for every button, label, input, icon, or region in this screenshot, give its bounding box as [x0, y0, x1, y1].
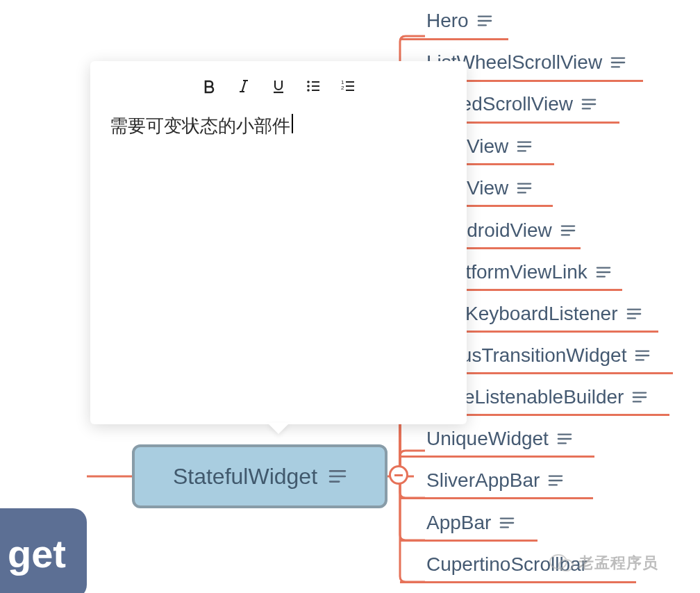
- notes-icon: [635, 348, 650, 363]
- notes-icon: [517, 181, 532, 196]
- underline-button[interactable]: [269, 76, 288, 96]
- text-caret: [292, 114, 293, 133]
- node-underline: [400, 456, 594, 458]
- node-label: SliverAppBar: [426, 469, 540, 492]
- editor-textarea[interactable]: 需要可变状态的小部件: [90, 107, 467, 424]
- mindmap-node-hero[interactable]: Hero: [426, 10, 492, 32]
- svg-point-50: [307, 89, 310, 92]
- notes-icon: [557, 431, 572, 446]
- mindmap-node-view1[interactable]: View: [467, 135, 532, 158]
- notes-icon: [548, 473, 563, 488]
- note-editor-popup: 12 需要可变状态的小部件: [90, 61, 467, 424]
- ordered-list-button[interactable]: 12: [338, 76, 358, 96]
- svg-line-46: [242, 81, 246, 92]
- mindmap-node-appbar[interactable]: AppBar: [426, 512, 515, 534]
- node-underline: [400, 497, 593, 499]
- wechat-icon: [549, 553, 574, 574]
- mindmap-node-sliverappbar[interactable]: SliverAppBar: [426, 469, 563, 492]
- mindmap-node-view2[interactable]: View: [467, 177, 532, 199]
- notes-icon: [328, 467, 347, 485]
- collapse-toggle-button[interactable]: [389, 465, 408, 485]
- editor-toolbar: 12: [90, 61, 467, 107]
- node-label: AppBar: [426, 512, 491, 534]
- root-label-fragment: get: [8, 531, 66, 576]
- node-underline: [400, 540, 538, 542]
- node-underline: [400, 38, 508, 40]
- root-node[interactable]: get: [0, 508, 87, 593]
- watermark-text: 老孟程序员: [578, 553, 658, 574]
- svg-point-48: [307, 81, 310, 83]
- italic-button[interactable]: [234, 76, 253, 96]
- bold-button[interactable]: [199, 76, 219, 96]
- node-label: View: [467, 177, 508, 199]
- notes-icon: [499, 515, 515, 531]
- central-node-label: StatefulWidget: [173, 464, 317, 490]
- notes-icon: [581, 97, 597, 112]
- notes-icon: [517, 139, 532, 154]
- node-label: View: [467, 135, 508, 158]
- minus-icon: [394, 474, 403, 476]
- editor-content-text: 需要可变状态的小部件: [110, 114, 290, 138]
- central-node-statefulwidget[interactable]: StatefulWidget: [132, 444, 388, 508]
- notes-icon: [626, 306, 642, 321]
- svg-text:2: 2: [341, 85, 344, 91]
- notes-icon: [596, 265, 611, 280]
- notes-icon: [477, 13, 492, 28]
- notes-icon: [610, 55, 626, 70]
- node-underline: [400, 581, 636, 583]
- svg-point-49: [307, 85, 310, 87]
- watermark: 老孟程序员: [549, 553, 658, 574]
- node-label: UniqueWidget: [426, 428, 549, 450]
- notes-icon: [632, 390, 647, 405]
- notes-icon: [560, 223, 576, 238]
- node-label: Hero: [426, 10, 469, 32]
- bullet-list-button[interactable]: [303, 76, 323, 96]
- svg-point-59: [550, 555, 567, 569]
- mindmap-node-uniquewidget[interactable]: UniqueWidget: [426, 428, 572, 450]
